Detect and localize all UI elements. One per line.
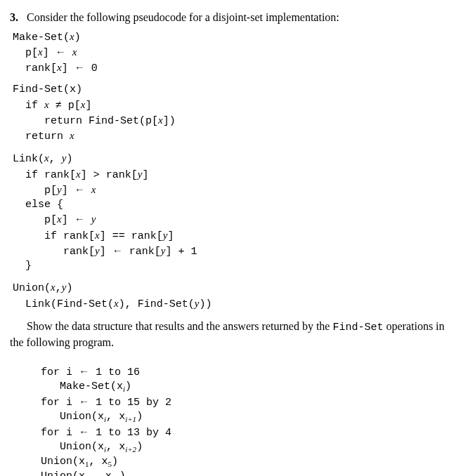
question-intro: Consider the following pseudocode for a … (27, 10, 339, 25)
proc-union: Union(x,y) Link(Find-Set(x), Find-Set(y)… (13, 280, 446, 312)
task-fn: Find-Set (332, 322, 383, 333)
question-header: 3. Consider the following pseudocode for… (10, 10, 446, 25)
proc-findset: Find-Set(x) if x ≠ p[x] return Find-Set(… (13, 83, 446, 144)
proc-link: Link(x, y) if rank[x] > rank[y] p[y] ← x… (13, 151, 446, 273)
question-number: 3. (10, 10, 27, 25)
task-paragraph: Show the data structure that results and… (10, 319, 446, 350)
program-block: for i ← 1 to 16 Make-Set(xi) for i ← 1 t… (41, 364, 446, 476)
proc-makeset: Make-Set(x) p[x] ← x rank[x] ← 0 (13, 29, 446, 77)
task-pre: Show the data structure that results and… (27, 320, 332, 332)
